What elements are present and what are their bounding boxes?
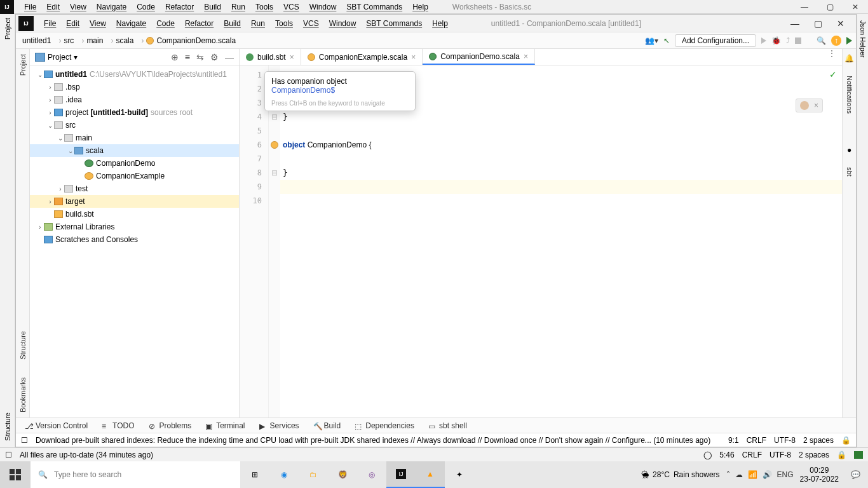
- tw-dependencies[interactable]: ⬚Dependencies: [355, 421, 414, 430]
- caret-position[interactable]: 9:1: [728, 436, 739, 445]
- bg-menu-vcs[interactable]: VCS: [278, 1, 304, 13]
- status-icon[interactable]: ☐: [21, 436, 28, 445]
- close-tab-icon[interactable]: ×: [290, 53, 294, 62]
- fold-icon[interactable]: ⊟: [271, 112, 278, 121]
- breadcrumb-main[interactable]: main: [76, 36, 105, 45]
- coverage-button[interactable]: ⤴: [786, 36, 790, 45]
- bg-menu-window[interactable]: Window: [304, 1, 342, 13]
- hammer-icon[interactable]: ↖: [663, 36, 670, 45]
- lock-icon[interactable]: 🔒: [841, 436, 851, 445]
- menu-sbt[interactable]: SBT Commands: [361, 17, 427, 30]
- encoding[interactable]: UTF-8: [774, 436, 796, 445]
- tw-build[interactable]: 🔨Build: [313, 421, 341, 430]
- bg-indent[interactable]: 2 spaces: [799, 451, 829, 459]
- collapse-all-icon[interactable]: ⇆: [196, 52, 204, 62]
- stop-button[interactable]: [795, 37, 801, 44]
- expand-all-icon[interactable]: ≡: [185, 52, 190, 62]
- code-editor[interactable]: 12345678910 ⊟ ⊟ }: [240, 65, 842, 417]
- companion-popup[interactable]: Has companion object CompanionDemo$ Pres…: [264, 71, 416, 111]
- tree-scratches[interactable]: Scratches and Consoles: [30, 233, 239, 246]
- project-tree[interactable]: untitled1C:\Users\AVYUKT\IdeaProjects\un…: [30, 65, 239, 417]
- tree-object-companionexample[interactable]: CompanionExample: [30, 170, 239, 182]
- tree-project[interactable]: project [untitled1-build]sources root: [30, 106, 239, 119]
- tree-test[interactable]: test: [30, 182, 239, 195]
- bg-right-tab-json[interactable]: Json Helper: [859, 20, 867, 58]
- menu-refactor[interactable]: Refactor: [180, 17, 219, 30]
- bg-menu-file[interactable]: File: [19, 1, 41, 13]
- object-gutter-icon[interactable]: [271, 141, 278, 149]
- menu-build[interactable]: Build: [219, 17, 246, 30]
- reader-mode-widget[interactable]: ×: [796, 98, 823, 112]
- bg-menu-edit[interactable]: Edit: [41, 1, 65, 13]
- wifi-icon[interactable]: 📶: [748, 470, 757, 479]
- misc-app-icon[interactable]: ✦: [445, 461, 474, 488]
- bg-left-tab-structure[interactable]: Structure: [4, 412, 11, 441]
- bg-lock-icon[interactable]: 🔒: [837, 451, 846, 459]
- popup-link[interactable]: CompanionDemo$: [271, 86, 335, 95]
- menu-vcs[interactable]: VCS: [298, 17, 324, 30]
- update-icon[interactable]: ↑: [831, 36, 841, 46]
- menu-help[interactable]: Help: [427, 17, 453, 30]
- run-button[interactable]: [761, 37, 766, 44]
- close-icon[interactable]: ×: [814, 101, 818, 110]
- bg-maximize-button[interactable]: ▢: [817, 3, 843, 11]
- bg-left-tab-project[interactable]: Project: [4, 18, 11, 39]
- tab-build-sbt[interactable]: build.sbt×: [240, 49, 301, 65]
- indent[interactable]: 2 spaces: [803, 436, 834, 445]
- tree-bsp[interactable]: .bsp: [30, 81, 239, 93]
- tree-class-companiondemo[interactable]: CompanionDemo: [30, 157, 239, 170]
- tw-problems[interactable]: ⊘Problems: [149, 421, 192, 430]
- intellij-taskbar-icon[interactable]: IJ: [386, 461, 416, 488]
- breadcrumb-scala[interactable]: scala: [105, 36, 136, 45]
- minimize-button[interactable]: —: [783, 18, 806, 29]
- bell-icon[interactable]: 🔔: [844, 54, 854, 63]
- maximize-button[interactable]: ▢: [806, 18, 829, 29]
- bg-menu-refactor[interactable]: Refactor: [160, 1, 199, 13]
- tab-more-icon[interactable]: ⋮: [822, 49, 842, 65]
- hide-panel-icon[interactable]: —: [225, 52, 234, 62]
- chevron-up-icon[interactable]: ˄: [726, 470, 730, 479]
- tab-companiondemo[interactable]: CompanionDemo.scala×: [423, 49, 535, 65]
- brave-icon[interactable]: 🦁: [328, 461, 357, 488]
- project-panel-title[interactable]: Project ▾: [35, 53, 78, 62]
- tw-todo[interactable]: ≡TODO: [102, 421, 134, 430]
- breadcrumb-root[interactable]: untitled1: [20, 36, 53, 45]
- close-button[interactable]: ✕: [829, 18, 852, 29]
- bg-minimize-button[interactable]: —: [792, 3, 817, 11]
- menu-view[interactable]: View: [85, 17, 111, 30]
- add-configuration-button[interactable]: Add Configuration...: [675, 34, 756, 47]
- line-separator[interactable]: CRLF: [747, 436, 766, 445]
- tab-companionexample[interactable]: CompanionExample.scala×: [301, 49, 423, 65]
- tree-build-sbt[interactable]: build.sbt: [30, 208, 239, 220]
- bg-encoding[interactable]: UTF-8: [770, 451, 791, 459]
- right-tab-sbt[interactable]: sbt: [846, 167, 853, 177]
- action-center-icon[interactable]: 💬: [845, 470, 865, 479]
- task-view-icon[interactable]: ⊞: [240, 461, 269, 488]
- tw-terminal[interactable]: ▣Terminal: [205, 421, 245, 430]
- sublime-icon[interactable]: ▲: [416, 461, 445, 488]
- close-tab-icon[interactable]: ×: [411, 53, 416, 62]
- bg-close-button[interactable]: ✕: [843, 3, 868, 11]
- menu-edit[interactable]: Edit: [61, 17, 85, 30]
- debug-button[interactable]: 🐞: [771, 36, 781, 45]
- volume-icon[interactable]: 🔊: [763, 470, 772, 479]
- status-message[interactable]: Download pre-built shared indexes: Reduc…: [36, 436, 721, 445]
- left-tab-project[interactable]: Project: [19, 54, 27, 76]
- tree-scala[interactable]: scala: [30, 144, 239, 157]
- taskbar-clock[interactable]: 00:29 23-07-2022: [800, 466, 839, 484]
- bg-progress-icon[interactable]: ◯: [703, 451, 712, 459]
- tree-idea[interactable]: .idea: [30, 93, 239, 106]
- menu-run[interactable]: Run: [246, 17, 270, 30]
- tree-root[interactable]: untitled1C:\Users\AVYUKT\IdeaProjects\un…: [30, 68, 239, 81]
- bg-line-separator[interactable]: CRLF: [742, 451, 762, 459]
- tor-icon[interactable]: ◎: [357, 461, 386, 488]
- menu-code[interactable]: Code: [151, 17, 180, 30]
- breadcrumb-file[interactable]: CompanionDemo.scala: [136, 36, 238, 45]
- menu-navigate[interactable]: Navigate: [111, 17, 151, 30]
- users-icon[interactable]: 👥▾: [645, 36, 658, 45]
- menu-window[interactable]: Window: [324, 17, 362, 30]
- bg-menu-view[interactable]: View: [65, 1, 92, 13]
- bg-menu-code[interactable]: Code: [132, 1, 160, 13]
- bg-status-icon[interactable]: ☐: [5, 451, 12, 459]
- tw-services[interactable]: ▶Services: [259, 421, 299, 430]
